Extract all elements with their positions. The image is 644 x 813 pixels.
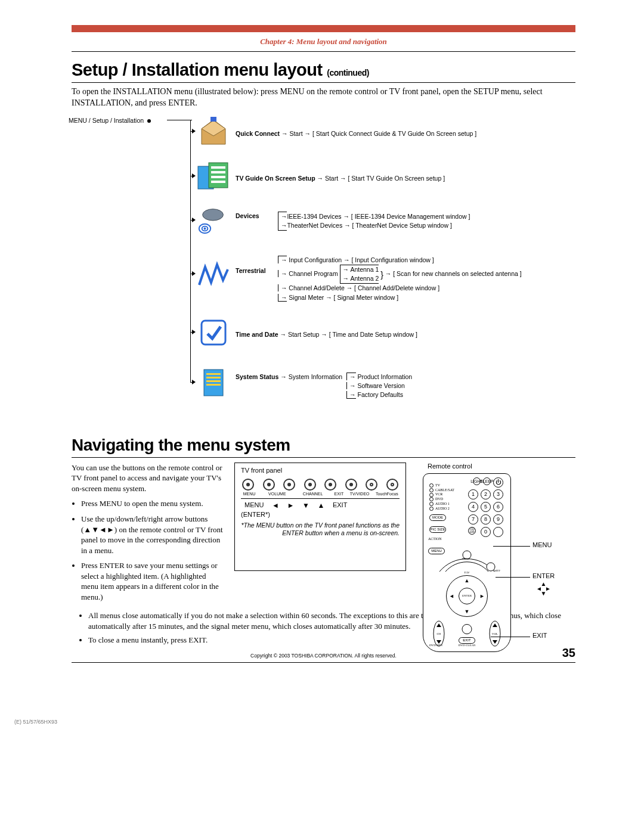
light-button: LIGHT (473, 477, 481, 485)
key-7: 7 (468, 514, 478, 525)
left-arrow-icon: ◄ (272, 501, 279, 510)
svg-rect-17 (206, 380, 221, 382)
action-label: ACTION (428, 537, 442, 541)
svg-rect-18 (206, 384, 221, 386)
right-arrow-icon: ► (287, 501, 294, 510)
remote-outline: TV CABLE/SAT VCR DVD AUDIO 1 AUDIO 2 MOD… (423, 473, 511, 652)
svg-rect-16 (206, 377, 221, 378)
svg-rect-7 (211, 176, 225, 178)
nav-intro: You can use the buttons on the remote co… (72, 463, 224, 494)
dial-labels-row: MENU VOLUME CHANNEL EXIT TV/VIDEO TouchF… (241, 492, 400, 498)
tv-guide-icon (197, 159, 230, 194)
nav-text-column: You can use the buttons on the remote co… (72, 463, 224, 607)
row-tv-guide: TV Guide On Screen Setup → Start → [ Sta… (236, 174, 575, 183)
row-time-date: Time and Date → Start Setup → [ Time and… (236, 330, 575, 339)
numeric-keypad: 123 456 789 +101000 (468, 489, 503, 537)
key-3: 3 (493, 489, 503, 499)
tv-panel-note: *The MENU button on the TV front panel f… (241, 522, 400, 538)
exit-label: EXIT (333, 501, 347, 510)
power-button: ⏻ (493, 477, 503, 488)
list-item: Press MENU to open the menu system. (81, 498, 224, 509)
up-arrow-icon: ▲ (465, 578, 470, 584)
key-4: 4 (468, 502, 478, 512)
devices-icon (197, 203, 230, 238)
sleep-button: SLEEP (483, 477, 491, 485)
key-0: 0 (481, 527, 491, 537)
row-system-status: System Status → System Information → Pro… (236, 373, 575, 400)
dial-vol-down (263, 479, 275, 491)
arc-buttons-icon (434, 549, 500, 573)
remote-title: Remote control (428, 463, 575, 470)
document-code-trailer: (E) 51/57/65HX93 (14, 719, 644, 725)
callout-line (496, 577, 530, 578)
list-item: Press ENTER to save your menu settings o… (81, 560, 224, 602)
down-arrow-icon: ▼ (302, 501, 309, 510)
chapter-heading: Chapter 4: Menu layout and navigation (72, 36, 575, 51)
connector-line (167, 120, 192, 120)
svg-point-9 (203, 209, 224, 220)
up-arrow-icon: ▲ (317, 501, 324, 510)
row-quick-connect: Quick Connect → Start → [ Start Quick Co… (236, 129, 575, 138)
terrestrial-icon (197, 258, 230, 293)
dial-exit (345, 479, 357, 491)
key-1: 1 (468, 489, 478, 499)
svg-rect-8 (211, 181, 225, 183)
tv-front-panel-figure: TV front panel MENU VOLUME CHANNEL EXIT … (234, 463, 406, 571)
quick-connect-icon (197, 115, 230, 150)
arrow-symbol-row: MENU ◄ ► ▼ ▲ EXIT (241, 499, 400, 512)
key-plus100: +10100 (468, 527, 476, 535)
picsize-button: PIC SIZE (429, 526, 446, 533)
mode-button: MODE (429, 514, 446, 521)
arrow-cluster-icon: ▲◄ ►▼ (536, 582, 551, 596)
right-arrow-icon: ► (479, 593, 485, 599)
key-5: 5 (481, 502, 491, 512)
callout-line (491, 637, 530, 637)
nav-ring: ENTER ▲ ▼ ◄ ► FAV (446, 575, 488, 617)
remote-mode-list: TV CABLE/SAT VCR DVD AUDIO 1 AUDIO 2 (429, 483, 454, 511)
callout-line (493, 546, 530, 547)
page-number: 35 (562, 646, 575, 660)
enter-sub-label: (ENTER*) (241, 511, 400, 518)
dvd-clear-label: DVD CLEAR (459, 644, 475, 647)
dvd-rtn-label: DVD RTN (429, 644, 442, 647)
dial-vol-up (283, 479, 295, 491)
theater-button (493, 527, 503, 537)
svg-text:VOL: VOL (492, 632, 498, 635)
center-dot-button (462, 624, 472, 634)
dial-menu (242, 479, 254, 491)
svg-rect-2 (210, 117, 216, 122)
row-terrestrial: Terrestrial → Input Configuration → [ In… (236, 256, 575, 302)
vertical-spine (190, 120, 191, 382)
dial-ch-down (304, 479, 316, 491)
footer-rule (72, 662, 575, 663)
menu-path-label: MENU / Setup / Installation (69, 117, 151, 124)
key-2: 2 (481, 489, 491, 499)
svg-rect-6 (211, 171, 225, 173)
key-9: 9 (493, 514, 503, 525)
title-continued: (continued) (327, 68, 369, 77)
svg-rect-13 (202, 321, 225, 345)
dial-row (241, 474, 400, 492)
menu-tree-diagram: MENU / Setup / Installation Quick Connec… (72, 115, 575, 425)
down-arrow-icon: ▼ (465, 609, 470, 615)
dial-touchfocus (386, 479, 398, 491)
exit-button: EXIT (459, 637, 475, 644)
header-accent-bar (72, 25, 575, 32)
rule (72, 457, 575, 458)
section-heading-navigating: Navigating the menu system (72, 436, 575, 455)
remote-figure: Remote control TV CABLE/SAT VCR DVD AUDI… (417, 463, 575, 607)
svg-rect-15 (206, 373, 221, 375)
nav-bullet-list: Press MENU to open the menu system. Use … (81, 498, 224, 602)
rule (72, 82, 575, 83)
menu-label: MENU (244, 501, 264, 510)
callout-menu: MENU (532, 541, 552, 548)
title-main: Setup / Installation menu layout (72, 60, 327, 79)
svg-rect-5 (211, 166, 225, 169)
copyright-line: Copyright © 2003 TOSHIBA CORPORATION. Al… (72, 653, 575, 659)
callout-exit: EXIT (532, 632, 547, 639)
svg-text:CH: CH (437, 632, 441, 635)
key-6: 6 (493, 502, 503, 512)
rule (72, 51, 575, 52)
nav-section: You can use the buttons on the remote co… (72, 463, 575, 607)
intro-paragraph: To open the INSTALLATION menu (illustrat… (72, 86, 575, 109)
